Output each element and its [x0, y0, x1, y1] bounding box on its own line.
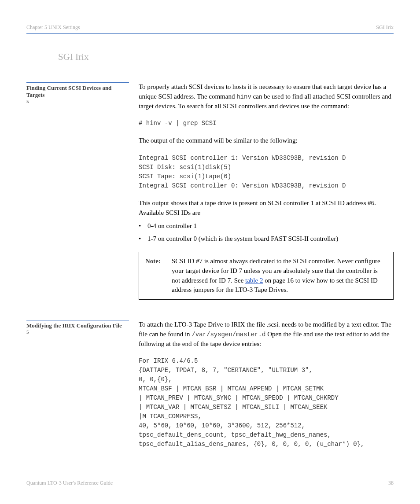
note-label: Note: [145, 257, 172, 295]
link-table-2[interactable]: table 2 [245, 277, 263, 284]
top-rule [26, 33, 394, 34]
header-chapter: Chapter 5 UNIX Settings [26, 24, 80, 31]
section-label-title: Finding Current SCSI Devices and Targets [26, 85, 129, 99]
section-label-num: 5 [26, 329, 129, 335]
available-ids-list: 0-4 on controller 1 1-7 on controller 0 … [139, 221, 394, 244]
code-hinv-output: Integral SCSI controller 1: Version WD33… [139, 154, 394, 191]
section-body: To properly attach SCSI devices to hosts… [129, 82, 394, 312]
footer-page-number: 38 [388, 480, 394, 486]
footer-doc-title: Quantum LTO-3 User's Reference Guide [26, 480, 113, 486]
code-hinv-grep: # hinv -v | grep SCSI [139, 119, 394, 128]
section-finding-devices: Finding Current SCSI Devices and Targets… [26, 82, 394, 312]
list-item: 0-4 on controller 1 [139, 221, 394, 231]
code-irix-config: For IRIX 6.4/6.5 {DATTAPE, TPDAT, 8, 7, … [139, 357, 394, 449]
path-sysgen: /var/sysgen/master.d [192, 331, 265, 338]
section-label: Modifying the IRIX Configuration File 5 [26, 320, 129, 457]
section-label-num: 5 [26, 99, 129, 104]
section-label: Finding Current SCSI Devices and Targets… [26, 82, 129, 312]
para-attach-devices: To properly attach SCSI devices to hosts… [139, 82, 394, 111]
para-modify-scsi: To attach the LTO-3 Tape Drive to IRIX t… [139, 320, 394, 349]
para-output-shows: This output shows that a tape drive is p… [139, 199, 394, 218]
note-box: Note: SCSI ID #7 is almost always dedica… [139, 252, 394, 300]
note-body: SCSI ID #7 is almost always dedicated to… [172, 257, 387, 295]
cmd-hinv: hinv [236, 93, 251, 100]
page-footer: Quantum LTO-3 User's Reference Guide 38 [26, 480, 394, 486]
para-output-similar: The output of the command will be simila… [139, 136, 394, 146]
header-section: SGI Irix [376, 24, 394, 31]
page-header: Chapter 5 UNIX Settings SGI Irix [26, 24, 394, 31]
list-item: 1-7 on controller 0 (which is the system… [139, 234, 394, 244]
section-label-title: Modifying the IRIX Configuration File [26, 322, 129, 329]
section-body: To attach the LTO-3 Tape Drive to IRIX t… [129, 320, 394, 457]
section-modifying-config: Modifying the IRIX Configuration File 5 … [26, 320, 394, 457]
chapter-title: SGI Irix [58, 52, 394, 63]
